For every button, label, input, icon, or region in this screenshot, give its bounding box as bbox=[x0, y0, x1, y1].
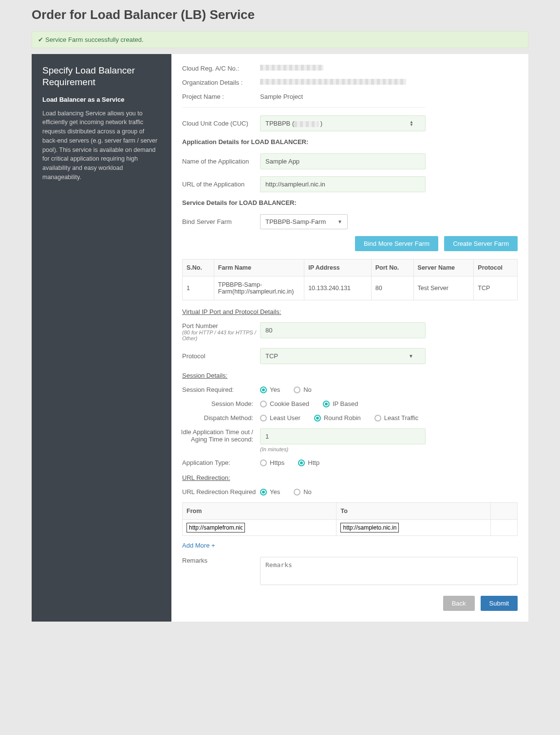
bind-label: Bind Server Farm bbox=[182, 218, 260, 225]
cloud-reg-label: Cloud Reg. A/C No.: bbox=[182, 65, 260, 72]
bind-value: TPBBPB-Samp-Farm bbox=[265, 218, 326, 225]
th-from: From bbox=[183, 503, 336, 520]
mode-ip-radio[interactable]: IP Based bbox=[323, 400, 358, 407]
td-sno: 1 bbox=[183, 276, 214, 300]
redir-section: URL Redirection: bbox=[182, 474, 426, 481]
main-panel: Specify Load Balancer Requirement Load B… bbox=[32, 54, 528, 622]
port-hint: (80 for HTTP / 443 for HTTPS / Other) bbox=[182, 330, 260, 341]
app-name-input[interactable]: Sample App bbox=[260, 153, 426, 169]
session-mode-label: Session Mode: bbox=[173, 400, 260, 407]
table-row: 1 TPBBPB-Samp-Farm(http://sampleurl.nic.… bbox=[183, 276, 518, 300]
farm-table: S.No. Farm Name IP Address Port No. Serv… bbox=[182, 259, 518, 300]
org-label: Organization Details : bbox=[182, 79, 260, 86]
cloud-reg-value bbox=[260, 65, 426, 72]
redir-req-label: URL Redirection Required bbox=[182, 488, 260, 496]
sidebar-subtitle: Load Balancer as a Service bbox=[42, 96, 161, 103]
remarks-label: Remarks bbox=[182, 557, 260, 564]
form-main: Cloud Reg. A/C No.: Organization Details… bbox=[171, 54, 528, 622]
th-proto: Protocol bbox=[474, 259, 518, 276]
dispatch-rr-radio[interactable]: Round Robin bbox=[314, 414, 361, 422]
idle-label: Idle Application Time out / Aging Time i… bbox=[173, 428, 260, 443]
vip-section: Virtual IP Port and Protocol Details: bbox=[182, 308, 426, 315]
sidebar: Specify Load Balancer Requirement Load B… bbox=[32, 54, 171, 622]
alert-text: Service Farm successfully created. bbox=[45, 36, 144, 43]
cuc-label: Cloud Unit Code (CUC) bbox=[182, 120, 260, 127]
org-value bbox=[260, 79, 426, 86]
th-server: Server Name bbox=[413, 259, 474, 276]
app-section: Application Details for LOAD BALANCER: bbox=[182, 138, 426, 146]
table-row bbox=[183, 520, 518, 536]
project-value: Sample Project bbox=[260, 93, 426, 100]
alert-success: ✔Service Farm successfully created. bbox=[32, 31, 528, 48]
dispatch-leastuser-radio[interactable]: Least User bbox=[260, 414, 300, 422]
create-farm-button[interactable]: Create Server Farm bbox=[444, 236, 518, 251]
app-name-label: Name of the Application bbox=[182, 158, 260, 165]
dispatch-label: Dispatch Method: bbox=[173, 414, 260, 422]
cuc-select[interactable]: TPBBPB ( ) ▲▼ bbox=[260, 115, 426, 131]
mode-cookie-radio[interactable]: Cookie Based bbox=[260, 400, 309, 407]
proto-value: TCP bbox=[265, 352, 278, 360]
idle-input[interactable]: 1 bbox=[260, 428, 426, 444]
sidebar-title: Specify Load Balancer Requirement bbox=[42, 65, 161, 88]
app-url-label: URL of the Application bbox=[182, 181, 260, 188]
proto-label: Protocol bbox=[182, 352, 260, 360]
redir-to-input[interactable] bbox=[340, 523, 399, 533]
service-section: Service Details for LOAD BALANCER: bbox=[182, 199, 426, 206]
apptype-label: Application Type: bbox=[182, 459, 260, 466]
redir-yes-radio[interactable]: Yes bbox=[260, 488, 280, 496]
proto-select[interactable]: TCP ▼ bbox=[260, 348, 426, 364]
th-sno: S.No. bbox=[183, 259, 214, 276]
td-server: Test Server bbox=[413, 276, 474, 300]
submit-button[interactable]: Submit bbox=[481, 596, 518, 611]
apptype-https-radio[interactable]: Https bbox=[260, 459, 284, 466]
td-port: 80 bbox=[371, 276, 413, 300]
redir-from-input[interactable] bbox=[187, 523, 245, 533]
check-icon: ✔ bbox=[38, 36, 43, 43]
app-url-input[interactable]: http://sampleurl.nic.in bbox=[260, 176, 426, 192]
page-title: Order for Load Balancer (LB) Service bbox=[32, 7, 528, 22]
th-ip: IP Address bbox=[304, 259, 372, 276]
dispatch-leasttraffic-radio[interactable]: Least Traffic bbox=[374, 414, 419, 422]
port-input[interactable]: 80 bbox=[260, 322, 426, 338]
url-redir-table: From To bbox=[182, 502, 518, 536]
chevron-down-icon: ▼ bbox=[409, 353, 413, 359]
td-proto: TCP bbox=[474, 276, 518, 300]
apptype-http-radio[interactable]: Http bbox=[298, 459, 319, 466]
session-yes-radio[interactable]: Yes bbox=[260, 386, 280, 393]
add-more-link[interactable]: Add More + bbox=[182, 542, 518, 549]
td-ip: 10.133.240.131 bbox=[304, 276, 372, 300]
bind-more-button[interactable]: Bind More Server Farm bbox=[355, 236, 438, 251]
updown-icon: ▲▼ bbox=[410, 121, 413, 127]
th-port: Port No. bbox=[371, 259, 413, 276]
session-no-radio[interactable]: No bbox=[294, 386, 312, 393]
th-farm: Farm Name bbox=[214, 259, 304, 276]
redir-no-radio[interactable]: No bbox=[294, 488, 312, 496]
project-label: Project Name : bbox=[182, 93, 260, 100]
sidebar-desc: Load balancing Service allows you to eff… bbox=[42, 109, 161, 182]
td-farm: TPBBPB-Samp-Farm(http://sampleurl.nic.in… bbox=[214, 276, 304, 300]
back-button[interactable]: Back bbox=[443, 596, 475, 611]
bind-select[interactable]: TPBBPB-Samp-Farm ▼ bbox=[260, 214, 348, 229]
session-req-label: Session Required: bbox=[182, 386, 260, 393]
idle-hint: (In minutes) bbox=[260, 446, 426, 452]
port-label: Port Number (80 for HTTP / 443 for HTTPS… bbox=[182, 322, 260, 341]
session-section: Session Details: bbox=[182, 372, 426, 379]
remarks-textarea[interactable] bbox=[260, 557, 518, 585]
chevron-down-icon: ▼ bbox=[337, 219, 342, 224]
cuc-value: TPBBPB ( bbox=[265, 120, 294, 127]
th-to: To bbox=[336, 503, 490, 520]
